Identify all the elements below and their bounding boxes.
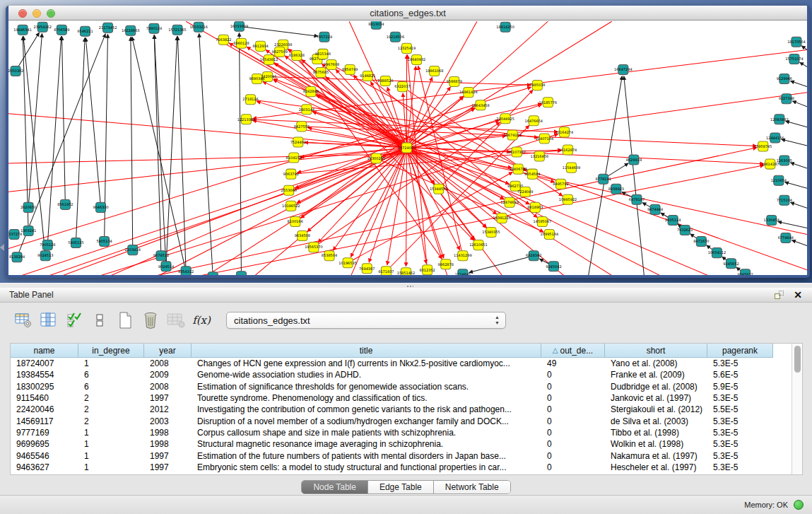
cell-outde[interactable]: 0 — [541, 462, 605, 473]
node[interactable]: 16228663 — [122, 25, 140, 35]
node[interactable]: 15721365 — [168, 25, 187, 35]
cell-outde[interactable]: 0 — [541, 450, 605, 461]
selected-node[interactable]: 16162874 — [559, 145, 577, 155]
collapse-panel-arrow-icon[interactable] — [0, 244, 4, 251]
selected-node[interactable]: 9063792 — [283, 169, 299, 179]
selected-node[interactable]: 11431299 — [454, 251, 472, 261]
cell-name[interactable]: 19384554 — [11, 369, 78, 380]
edge[interactable] — [76, 37, 85, 243]
cell-pagerank[interactable]: 5.3E-5 — [707, 438, 773, 450]
edge[interactable] — [801, 46, 807, 50]
selected-node[interactable]: 15958745 — [754, 141, 772, 151]
table-row[interactable]: 946554611997Estimation of the future num… — [11, 450, 773, 461]
selected-node[interactable]: 10164274 — [555, 127, 574, 137]
node[interactable]: 1724645 — [455, 269, 471, 277]
cell-outde[interactable]: 0 — [541, 438, 605, 450]
cell-indegree[interactable]: 1 — [78, 438, 144, 450]
selected-edge[interactable] — [406, 148, 426, 264]
node[interactable]: 16033809 — [230, 21, 249, 31]
cell-short[interactable]: Wolkin et al. (1998) — [605, 438, 707, 450]
node[interactable]: 9046330 — [93, 202, 108, 212]
node[interactable]: 16033216 — [189, 22, 208, 32]
cell-year[interactable]: 1998 — [144, 427, 192, 438]
edge[interactable] — [16, 33, 39, 71]
column-header-name[interactable]: name — [11, 344, 78, 358]
tab-network-table[interactable]: Network Table — [434, 481, 510, 493]
cell-indegree[interactable]: 1 — [78, 462, 144, 473]
column-header-pagerank[interactable]: pagerank — [707, 344, 773, 358]
node[interactable]: 9024514 — [158, 262, 174, 271]
edge[interactable] — [785, 182, 807, 189]
selected-node[interactable]: 10407194 — [536, 134, 554, 144]
scrollbar-thumb[interactable] — [794, 346, 801, 373]
selected-node[interactable]: 15344578 — [430, 184, 448, 194]
node[interactable]: 19218506 — [387, 32, 405, 42]
selected-node[interactable]: 8012352 — [419, 265, 435, 275]
cell-name[interactable]: 9463627 — [11, 462, 78, 473]
column-header-indegree[interactable]: in_degree — [78, 344, 144, 358]
cell-title[interactable]: Embryonic stem cells: a model to study s… — [192, 462, 541, 473]
edge[interactable] — [469, 256, 534, 273]
node[interactable]: 8561952 — [57, 199, 73, 209]
memory-status-icon[interactable] — [794, 500, 804, 510]
selected-node[interactable]: 12610651 — [469, 240, 488, 250]
node[interactable]: 1330454 — [764, 215, 779, 225]
cell-outde[interactable]: 0 — [541, 392, 605, 404]
node[interactable]: 9546211 — [77, 26, 93, 36]
node[interactable]: 12093882 — [770, 115, 789, 124]
selected-edge[interactable] — [406, 148, 407, 267]
node[interactable]: 9024513 — [37, 251, 53, 261]
selected-node[interactable]: 7694387 — [359, 264, 375, 274]
edge[interactable] — [131, 37, 133, 250]
selected-edge[interactable] — [333, 148, 406, 250]
cell-year[interactable]: 1997 — [144, 392, 192, 404]
cell-title[interactable]: Tourette syndrome. Phenomenology and cla… — [192, 392, 541, 404]
float-panel-icon[interactable] — [775, 291, 784, 299]
selected-edge[interactable] — [8, 87, 531, 248]
cell-year[interactable]: 1997 — [144, 462, 192, 473]
cell-short[interactable]: Stergiakouli et al. (2012) — [605, 404, 707, 415]
cell-indegree[interactable]: 2 — [78, 392, 144, 404]
table-row[interactable]: 946362711997Embryonic stem cells: a mode… — [11, 462, 773, 473]
node[interactable]: 5905134 — [96, 237, 112, 247]
edge[interactable] — [239, 26, 318, 36]
delete-columns-icon[interactable] — [140, 310, 161, 331]
edge[interactable] — [790, 163, 807, 168]
edge[interactable] — [86, 37, 100, 207]
cell-name[interactable]: 9777169 — [11, 427, 78, 438]
column-header-outde[interactable]: △out_de... — [541, 344, 605, 358]
edge[interactable] — [23, 36, 28, 230]
cell-name[interactable]: 18300295 — [11, 381, 78, 392]
selected-node[interactable]: 12325419 — [398, 43, 416, 53]
cell-year[interactable]: 2009 — [144, 369, 192, 380]
cell-short[interactable]: Yano et al. (2008) — [605, 358, 707, 369]
selected-node[interactable]: 11674102 — [503, 130, 522, 140]
cell-title[interactable]: Investigating the contribution of common… — [192, 404, 541, 415]
edge[interactable] — [23, 36, 45, 255]
node[interactable]: 23954162 — [33, 22, 52, 32]
node[interactable]: 9129966 — [777, 74, 792, 84]
selected-node[interactable]: 9586879 — [447, 77, 462, 87]
edge[interactable] — [17, 34, 105, 257]
table-body[interactable]: 1872400712008Changes of HCN gene express… — [11, 358, 773, 473]
selected-node[interactable]: 9634508 — [295, 231, 310, 241]
selected-node[interactable]: 2967608 — [324, 59, 339, 69]
tab-edge-table[interactable]: Edge Table — [368, 481, 434, 493]
selected-node[interactable]: 8495792 — [553, 179, 568, 189]
table-settings-icon[interactable] — [13, 310, 34, 331]
node[interactable]: 5905135 — [68, 238, 83, 248]
cell-short[interactable]: Franke et al. (2009) — [605, 369, 707, 380]
table-vertical-scrollbar[interactable] — [792, 344, 802, 474]
node[interactable]: 10654112 — [708, 248, 726, 258]
node[interactable]: 1303241 — [20, 226, 36, 235]
cell-indegree[interactable]: 2 — [78, 415, 144, 426]
cell-pagerank[interactable]: 5.3E-5 — [707, 462, 773, 473]
selected-node[interactable]: 18640932 — [408, 54, 426, 64]
node[interactable]: 7905128 — [40, 240, 55, 250]
selected-node[interactable]: 18185776 — [539, 98, 558, 107]
cell-indegree[interactable]: 1 — [78, 358, 144, 369]
edge[interactable] — [199, 33, 213, 277]
table-row[interactable]: 2242004622012Investigating the contribut… — [11, 404, 773, 415]
cell-title[interactable]: Estimation of the future numbers of pati… — [192, 450, 541, 461]
node[interactable]: 18170504 — [787, 37, 806, 47]
